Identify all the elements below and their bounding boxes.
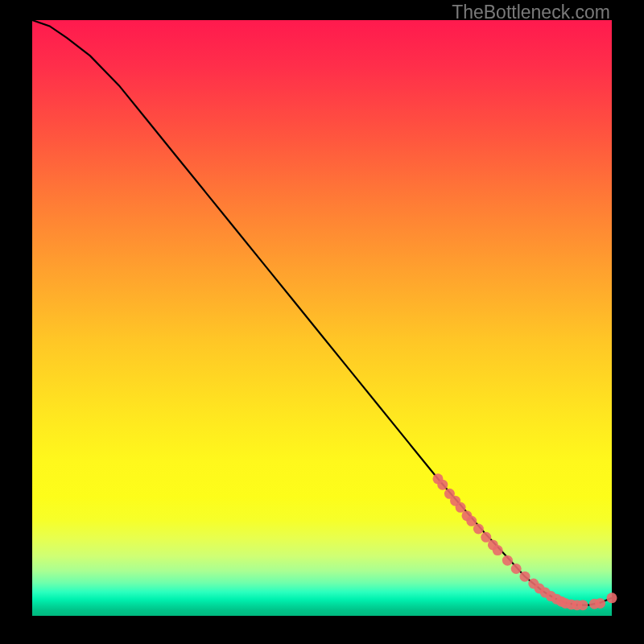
plot-area bbox=[32, 20, 612, 616]
scatter-points bbox=[433, 473, 617, 610]
scatter-point bbox=[473, 524, 484, 535]
scatter-point bbox=[493, 545, 503, 555]
scatter-point bbox=[437, 480, 448, 490]
scatter-point bbox=[511, 564, 522, 574]
scatter-point bbox=[595, 598, 605, 609]
chart-root: TheBottleneck.com bbox=[0, 0, 644, 644]
scatter-point bbox=[578, 600, 588, 610]
scatter-point bbox=[502, 555, 513, 566]
scatter-point bbox=[607, 592, 617, 603]
scatter-point bbox=[466, 516, 477, 526]
curve-layer bbox=[32, 20, 612, 616]
bottleneck-curve bbox=[32, 20, 612, 605]
scatter-point bbox=[456, 502, 466, 513]
scatter-point bbox=[520, 572, 530, 582]
